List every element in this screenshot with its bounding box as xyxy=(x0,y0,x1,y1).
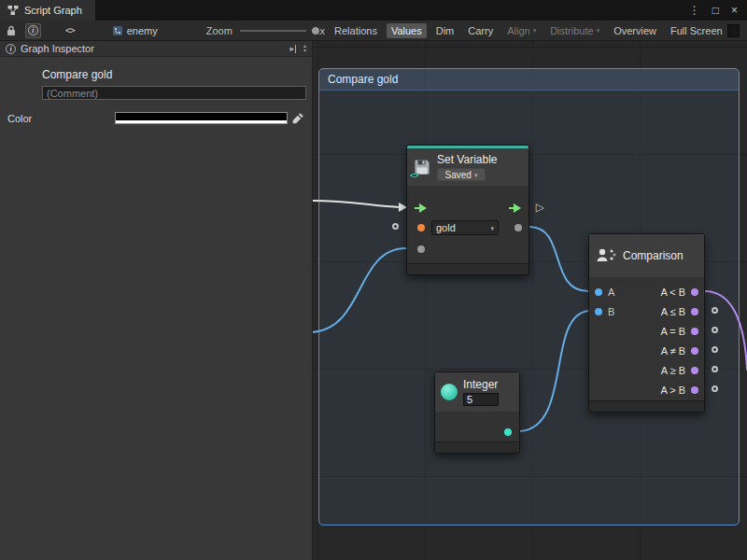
save-variable-icon: <> xyxy=(413,158,431,176)
alpha-bar xyxy=(116,120,287,123)
output-label: A < B xyxy=(660,287,685,299)
color-swatch[interactable] xyxy=(115,112,288,124)
full-screen-button[interactable]: Full Screen xyxy=(666,23,727,38)
output-port-a-lte-b[interactable] xyxy=(691,308,698,315)
window-maximize-button[interactable]: □ xyxy=(712,4,719,17)
window-titlebar: Script Graph ⋮ □ × xyxy=(0,0,747,21)
window-close-button[interactable]: × xyxy=(731,4,738,17)
node-set-variable[interactable]: <> Set Variable Saved ▾ ▷ gold ▾ xyxy=(406,145,529,275)
inspector-header: i Graph Inspector ▸ ▴ ▾ xyxy=(0,41,312,57)
flow-in-port[interactable] xyxy=(415,203,427,213)
carry-button[interactable]: Carry xyxy=(463,23,498,38)
distribute-label: Distribute xyxy=(550,25,593,36)
comparison-header[interactable]: Comparison xyxy=(589,234,704,277)
integer-value-input[interactable]: 5 xyxy=(463,393,499,406)
info-icon: i xyxy=(28,25,38,35)
group-header[interactable]: Compare gold xyxy=(319,69,739,91)
dim-button[interactable]: Dim xyxy=(431,23,459,38)
align-dropdown[interactable]: Align ▾ xyxy=(502,23,541,38)
node-title: Comparison xyxy=(623,249,684,262)
relations-button[interactable]: Relations xyxy=(330,23,382,38)
integer-footer xyxy=(435,441,519,453)
variable-name-port[interactable] xyxy=(417,224,425,231)
script-graph-icon xyxy=(7,5,19,16)
color-field-row: Color xyxy=(0,112,312,124)
set-variable-footer xyxy=(407,263,529,274)
output-port-a-neq-b[interactable] xyxy=(691,347,698,355)
unconnected-name-port[interactable] xyxy=(392,223,399,230)
variable-name-value: gold xyxy=(436,222,456,233)
value-input-port[interactable] xyxy=(417,245,425,253)
graph-asset-button[interactable]: enemy xyxy=(112,25,158,36)
unconnected-output-port[interactable] xyxy=(712,327,718,333)
flow-out-unconnected-port[interactable]: ▷ xyxy=(536,202,544,214)
output-port-a-gte-b[interactable] xyxy=(691,367,698,374)
color-label: Color xyxy=(7,113,115,124)
unconnected-output-port[interactable] xyxy=(712,366,718,372)
value-output-port[interactable] xyxy=(514,224,522,231)
lock-icon[interactable] xyxy=(7,25,16,36)
unconnected-output-port[interactable] xyxy=(712,385,718,392)
window-controls: ⋮ □ × xyxy=(680,0,747,21)
caret-down-icon: ▾ xyxy=(533,27,537,34)
flow-out-port[interactable] xyxy=(509,203,521,213)
code-view-button[interactable]: <> xyxy=(65,25,75,35)
zoom-slider[interactable] xyxy=(240,30,307,32)
inspector-header-title: Graph Inspector xyxy=(21,43,94,54)
toolbar-overflow-button[interactable] xyxy=(727,24,740,37)
graph-title: Compare gold xyxy=(42,68,312,81)
comparison-icon xyxy=(595,246,617,265)
variable-scope-value: Saved xyxy=(445,170,472,180)
node-title: Integer xyxy=(463,378,499,391)
comparison-row: A > B xyxy=(589,381,704,400)
dock-panel-icon[interactable]: ▸ xyxy=(289,44,296,53)
variable-scope-dropdown[interactable]: Saved ▾ xyxy=(437,168,486,181)
input-label-b: B xyxy=(608,306,614,318)
code-badge-icon: <> xyxy=(410,171,418,180)
group-title: Compare gold xyxy=(328,73,398,86)
node-comparison[interactable]: Comparison A A < B B A ≤ B A = B A ≠ B xyxy=(588,233,705,413)
window-menu-button[interactable]: ⋮ xyxy=(689,4,700,17)
comparison-row: A ≥ B xyxy=(589,361,704,381)
tab-title: Script Graph xyxy=(24,5,82,16)
graph-asset-name: enemy xyxy=(127,25,158,36)
inspector-toggle-button[interactable]: i xyxy=(25,23,41,38)
variable-name-dropdown[interactable]: gold ▾ xyxy=(431,220,499,235)
set-variable-header[interactable]: <> Set Variable Saved ▾ xyxy=(407,148,529,186)
comment-input[interactable] xyxy=(42,86,306,100)
comparison-footer xyxy=(589,400,704,412)
node-integer[interactable]: Integer 5 xyxy=(434,371,520,454)
distribute-dropdown[interactable]: Distribute ▾ xyxy=(545,23,604,38)
values-button[interactable]: Values xyxy=(387,23,427,38)
graph-canvas[interactable]: Compare gold <> Set Variable Saved ▾ xyxy=(313,41,747,560)
caret-down-icon: ▾ xyxy=(474,172,478,178)
output-port-a-lt-b[interactable] xyxy=(691,288,698,296)
output-port-a-gt-b[interactable] xyxy=(691,386,698,394)
caret-down-icon[interactable]: ▾ xyxy=(303,49,306,53)
comparison-rows: A A < B B A ≤ B A = B A ≠ B A ≥ B xyxy=(589,277,704,400)
comparison-row: A A < B xyxy=(589,283,704,302)
output-port-a-eq-b[interactable] xyxy=(691,328,698,335)
output-label: A ≥ B xyxy=(661,365,685,377)
unconnected-output-port[interactable] xyxy=(712,307,718,314)
graph-inspector-panel: i Graph Inspector ▸ ▴ ▾ Compare gold Col… xyxy=(0,41,313,560)
dock-arrow: ▸ xyxy=(289,44,294,53)
output-label: A ≤ B xyxy=(661,306,685,318)
input-port-b[interactable] xyxy=(595,308,602,315)
comparison-row: A = B xyxy=(589,322,704,342)
zoom-slider-handle[interactable] xyxy=(311,26,320,35)
input-port-a[interactable] xyxy=(595,288,602,296)
integer-icon xyxy=(441,384,458,400)
integer-output-port[interactable] xyxy=(504,428,512,436)
caret-down-icon: ▾ xyxy=(490,225,494,231)
eyedropper-icon[interactable] xyxy=(292,112,304,124)
integer-header[interactable]: Integer 5 xyxy=(435,372,519,412)
unconnected-output-port[interactable] xyxy=(712,346,718,353)
zoom-label: Zoom xyxy=(206,25,233,36)
tab-script-graph[interactable]: Script Graph xyxy=(0,0,95,21)
integer-body xyxy=(435,412,519,441)
panel-scroll-arrows[interactable]: ▴ ▾ xyxy=(303,44,306,53)
comparison-row: A ≠ B xyxy=(589,342,704,361)
overview-button[interactable]: Overview xyxy=(609,23,661,38)
output-label: A ≠ B xyxy=(661,345,685,357)
